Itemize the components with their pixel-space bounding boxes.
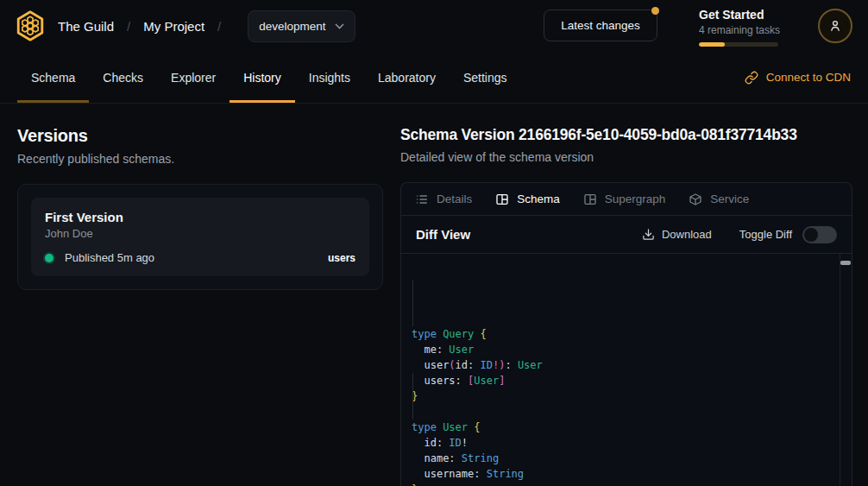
org-name[interactable]: The Guild — [58, 19, 114, 34]
schema-detail-card: Details Schema Supergraph — [400, 182, 852, 486]
latest-changes-label: Latest changes — [561, 19, 640, 32]
versions-subtitle: Recently published schemas. — [17, 152, 383, 166]
chevron-down-icon — [335, 23, 344, 29]
scrollbar-track — [840, 254, 840, 486]
list-icon — [415, 193, 429, 206]
hive-logo-icon[interactable] — [14, 9, 47, 42]
notification-dot — [651, 7, 659, 15]
tab-supergraph[interactable]: Supergraph — [583, 193, 666, 206]
get-started-subtitle: 4 remaining tasks — [699, 24, 778, 36]
versions-title: Versions — [17, 126, 383, 146]
top-header: The Guild / My Project / development Lat… — [0, 0, 868, 52]
scrollbar-thumb[interactable] — [840, 261, 851, 265]
version-detail-panel: Schema Version 2166196f-5e10-4059-bd0a-0… — [400, 104, 868, 486]
connect-to-cdn-label: Connect to CDN — [766, 71, 851, 84]
indent-guide — [412, 280, 413, 326]
toggle-diff-group: Toggle Diff — [739, 226, 837, 243]
tab-details-label: Details — [437, 193, 472, 205]
published-status-text: Published 5m ago — [65, 251, 154, 264]
panels-icon — [583, 193, 597, 206]
indent-guide — [412, 373, 413, 420]
connect-to-cdn-button[interactable]: Connect to CDN — [745, 71, 851, 85]
diff-view-toolbar: Diff View Download Toggle Diff — [401, 216, 852, 254]
get-started-title: Get Started — [699, 8, 778, 22]
schema-version-subtitle: Detailed view of the schema version — [400, 150, 852, 164]
panels-icon — [495, 193, 509, 206]
version-author: John Doe — [45, 227, 355, 240]
toggle-diff-label: Toggle Diff — [739, 228, 792, 241]
tab-supergraph-label: Supergraph — [605, 193, 666, 205]
switch-knob — [804, 228, 818, 242]
user-icon — [827, 18, 843, 34]
published-status-dot — [45, 254, 53, 262]
project-name[interactable]: My Project — [143, 19, 204, 34]
tab-explorer[interactable]: Explorer — [157, 52, 230, 103]
latest-changes-button[interactable]: Latest changes — [544, 9, 657, 41]
breadcrumb-separator: / — [127, 19, 130, 34]
versions-list-card: First Version John Doe Published 5m ago … — [17, 184, 383, 290]
tab-insights[interactable]: Insights — [295, 52, 364, 103]
detail-tabstrip: Details Schema Supergraph — [401, 183, 852, 216]
tab-service-label: Service — [710, 193, 749, 205]
tab-details[interactable]: Details — [415, 193, 472, 206]
download-label: Download — [662, 228, 712, 241]
environment-select[interactable]: development — [248, 10, 355, 42]
breadcrumb-separator: / — [217, 19, 221, 34]
schema-version-title: Schema Version 2166196f-5e10-4059-bd0a-0… — [400, 126, 852, 144]
get-started-progress-track — [699, 42, 778, 47]
get-started-widget[interactable]: Get Started 4 remaining tasks — [699, 8, 778, 47]
code-block: type Query { me: User user(id: ID!): Use… — [412, 326, 831, 486]
tab-checks[interactable]: Checks — [89, 52, 157, 103]
service-badge: users — [328, 252, 355, 264]
tab-schema-detail[interactable]: Schema — [495, 193, 560, 206]
cube-icon — [689, 193, 702, 206]
link-icon — [745, 71, 758, 85]
diff-view-title: Diff View — [416, 227, 470, 242]
tab-settings[interactable]: Settings — [450, 52, 521, 103]
main-content: Versions Recently published schemas. Fir… — [0, 104, 868, 486]
tab-laboratory[interactable]: Laboratory — [364, 52, 450, 103]
project-nav: Schema Checks Explorer History Insights … — [0, 52, 868, 104]
tab-schema-detail-label: Schema — [517, 193, 560, 205]
version-title: First Version — [45, 210, 355, 224]
schema-code-viewer[interactable]: type Query { me: User user(id: ID!): Use… — [401, 254, 852, 486]
progress-fill — [699, 42, 725, 47]
versions-panel: Versions Recently published schemas. Fir… — [0, 104, 400, 486]
version-meta-row: Published 5m ago users — [45, 251, 355, 264]
download-icon — [642, 228, 655, 241]
tab-service[interactable]: Service — [689, 193, 749, 206]
tab-history[interactable]: History — [230, 52, 295, 103]
download-button[interactable]: Download — [637, 227, 717, 242]
diff-actions: Download Toggle Diff — [637, 226, 837, 243]
user-avatar[interactable] — [818, 9, 852, 43]
toggle-diff-switch[interactable] — [802, 226, 837, 243]
tab-schema[interactable]: Schema — [17, 52, 89, 103]
environment-value: development — [259, 20, 325, 33]
version-list-item[interactable]: First Version John Doe Published 5m ago … — [31, 198, 369, 276]
